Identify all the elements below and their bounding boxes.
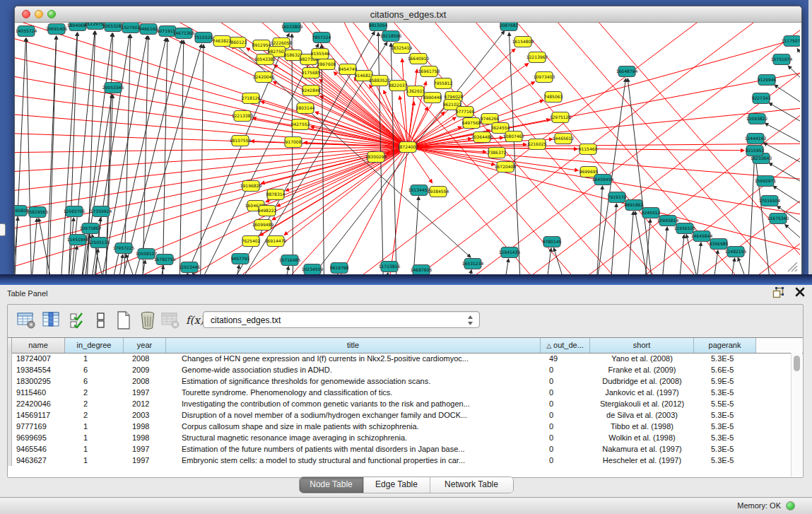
network-node[interactable]: 19196829	[240, 181, 262, 192]
network-node[interactable]: 12975126	[550, 112, 572, 123]
network-node[interactable]: 10543382	[254, 54, 276, 65]
table-cell[interactable]: Corpus callosum shape and size in male p…	[166, 421, 541, 432]
table-cell[interactable]: 5.3E-5	[694, 353, 756, 364]
network-node[interactable]: 9619798	[330, 263, 349, 274]
network-node[interactable]: 11723816	[379, 262, 401, 272]
table-cell[interactable]: 18300295	[12, 375, 65, 387]
table-cell[interactable]: 1	[65, 353, 124, 364]
table-cell[interactable]: 0	[541, 387, 590, 398]
table-cell[interactable]: 9777169	[12, 421, 65, 432]
table-cell[interactable]: 1997	[124, 443, 166, 455]
network-node[interactable]: 2718126	[242, 93, 261, 104]
network-node[interactable]: 7955812	[434, 78, 453, 89]
column-header-in_degree[interactable]: in_degree	[65, 338, 124, 353]
table-cell[interactable]: 9463627	[12, 455, 65, 466]
table-cell[interactable]: Embryonic stem cells: a model to study s…	[166, 455, 541, 466]
delete-table-icon[interactable]	[160, 310, 180, 330]
close-panel-icon[interactable]	[795, 287, 805, 300]
network-node[interactable]: 9356985	[710, 239, 729, 250]
table-cell[interactable]: 0	[541, 375, 590, 387]
column-header-pagerank[interactable]: pagerank	[694, 338, 756, 353]
table-cell[interactable]: Tourette syndrome. Phenomenology and cla…	[166, 387, 541, 398]
network-node[interactable]: 16914479	[265, 236, 287, 247]
network-node[interactable]: 16782759	[154, 255, 176, 265]
network-canvas[interactable]: 18724007 9860123 8912954 12226058 982750…	[15, 23, 800, 274]
tab-network-table[interactable]: Network Table	[430, 477, 513, 493]
table-cell[interactable]: Stergiakouli et al. (2012)	[590, 398, 694, 409]
table-cell[interactable]: 5.3E-5	[694, 443, 756, 455]
table-cell[interactable]: 5.3E-5	[694, 387, 756, 398]
network-node[interactable]: 14671368	[173, 28, 195, 39]
network-node[interactable]: 17016504	[759, 196, 781, 206]
network-node[interactable]: 15751074	[771, 54, 793, 65]
table-cell[interactable]: 2008	[124, 353, 166, 364]
network-node[interactable]: 9175685	[302, 68, 321, 78]
table-cell[interactable]: Genome-wide association studies in ADHD.	[166, 364, 541, 375]
network-node[interactable]: 7857224	[312, 33, 331, 43]
table-cell[interactable]: Dudbridge et al. (2008)	[590, 375, 694, 387]
network-node[interactable]: 8427552	[291, 119, 310, 130]
delete-column-icon[interactable]	[138, 310, 158, 330]
table-cell[interactable]: 14569117	[12, 409, 65, 421]
table-row[interactable]: 1938455462009Genome-wide association stu…	[8, 364, 803, 375]
table-row[interactable]: 946362711997Embryonic stem cells: a mode…	[8, 455, 803, 466]
network-node[interactable]: 20691406	[46, 24, 68, 35]
table-cell[interactable]: 0	[541, 455, 590, 466]
network-node[interactable]: 10965814	[657, 216, 679, 226]
network-node[interactable]: 8822037	[389, 81, 408, 91]
network-node[interactable]: 12941435	[499, 247, 521, 258]
network-node[interactable]: 12482155	[725, 247, 747, 257]
network-node[interactable]: 9780145	[543, 237, 562, 247]
table-cell[interactable]: 2012	[124, 398, 166, 409]
table-cell[interactable]: de Silva et al. (2003)	[590, 409, 694, 421]
network-node[interactable]: 6216025	[528, 139, 547, 150]
select-columns-icon[interactable]	[69, 310, 88, 330]
network-node[interactable]: 14465612	[553, 134, 575, 144]
network-node[interactable]: 18724007	[397, 142, 419, 153]
network-node[interactable]: 15716485	[279, 255, 301, 266]
row-height-icon[interactable]	[91, 310, 111, 330]
network-node[interactable]: 18107554	[230, 136, 252, 146]
column-header-year[interactable]: year	[124, 338, 166, 353]
network-node[interactable]: 16961758	[418, 66, 440, 77]
network-node[interactable]: 7386372	[488, 148, 507, 158]
table-cell[interactable]: Tibbo et al. (1998)	[590, 421, 694, 432]
table-cell[interactable]: Wolkin et al. (1998)	[590, 432, 694, 443]
table-cell[interactable]: Estimation of the future numbers of pati…	[166, 443, 541, 455]
network-node[interactable]: 2803144	[296, 103, 315, 114]
network-node[interactable]: 12923446	[179, 262, 201, 273]
network-node[interactable]: 9498222	[258, 206, 277, 216]
network-node[interactable]: 14645844	[691, 231, 713, 242]
network-node[interactable]: 11956105	[674, 223, 696, 234]
network-node[interactable]: 14055724	[16, 26, 37, 37]
tab-edge-table[interactable]: Edge Table	[364, 477, 430, 493]
table-select-dropdown[interactable]: citations_edges.txt	[203, 311, 480, 328]
network-node[interactable]: 16640910	[408, 54, 430, 64]
column-header-title[interactable]: title	[166, 338, 541, 353]
resize-grip-icon[interactable]	[788, 262, 797, 271]
network-node[interactable]: 10807467	[503, 132, 525, 142]
network-node[interactable]: 11451944	[67, 235, 89, 245]
network-node[interactable]: 11175074	[782, 36, 800, 47]
table-cell[interactable]: Disruption of a novel member of a sodium…	[166, 409, 541, 421]
table-cell[interactable]: 5.3E-5	[694, 421, 756, 432]
network-node[interactable]: 19384554	[428, 187, 449, 197]
table-cell[interactable]: 2009	[124, 364, 166, 375]
network-node[interactable]: 6497568	[462, 118, 481, 129]
table-row[interactable]: 1456911722003Disruption of a novel membe…	[8, 409, 803, 421]
table-cell[interactable]: 1	[65, 421, 124, 432]
network-node[interactable]: 8215953	[746, 146, 765, 156]
table-cell[interactable]: 0	[541, 421, 590, 432]
network-node[interactable]: 8891862	[625, 200, 644, 211]
column-header-out_de[interactable]: △out_de...	[541, 338, 590, 353]
network-node[interactable]: 9242848	[302, 86, 321, 96]
network-node[interactable]: 10975867	[80, 223, 102, 234]
table-cell[interactable]: 1	[65, 443, 124, 455]
table-cell[interactable]: 5.5E-5	[694, 398, 756, 409]
table-row[interactable]: 1872400712008Changes of HCN gene express…	[8, 353, 803, 364]
network-node[interactable]: 2867608	[317, 59, 336, 70]
table-cell[interactable]: 0	[541, 409, 590, 421]
network-node[interactable]: 16531234	[462, 259, 484, 269]
network-node[interactable]: 12444193	[745, 134, 767, 144]
table-cell[interactable]: 5.6E-5	[694, 364, 756, 375]
